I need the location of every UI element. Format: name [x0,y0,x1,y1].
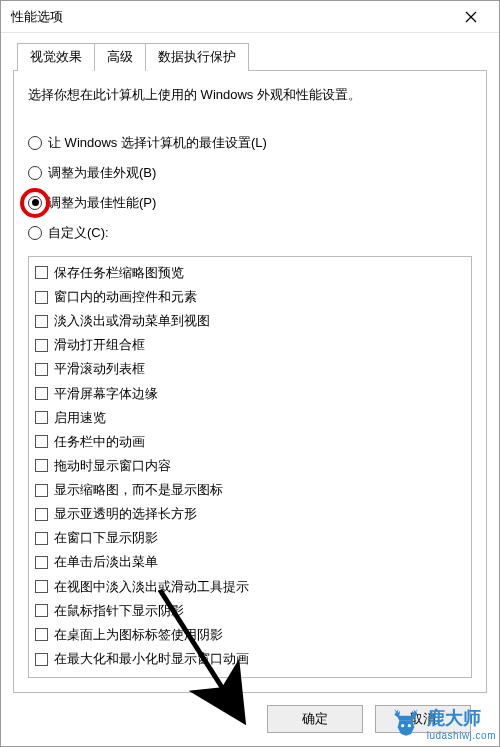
check-label: 启用速览 [54,408,106,428]
checkbox-icon [35,459,48,472]
titlebar: 性能选项 [1,1,499,33]
window-title: 性能选项 [11,8,449,26]
radio-label: 调整为最佳外观(B) [48,164,156,182]
check-item[interactable]: 在桌面上为图标标签使用阴影 [35,623,465,647]
button-label: 取消 [410,711,436,726]
tab-visual-effects[interactable]: 视觉效果 [17,43,95,71]
panel-description: 选择你想在此计算机上使用的 Windows 外观和性能设置。 [28,85,472,106]
radio-icon [28,196,42,210]
check-item[interactable]: 平滑屏幕字体边缘 [35,382,465,406]
check-label: 淡入淡出或滑动菜单到视图 [54,311,210,331]
checkbox-icon [35,628,48,641]
radio-label: 调整为最佳性能(P) [48,194,156,212]
checkbox-icon [35,556,48,569]
tab-advanced[interactable]: 高级 [94,43,146,71]
checkbox-icon [35,580,48,593]
performance-options-window: 性能选项 视觉效果 高级 数据执行保护 选择你想在此计算机上使用的 Window… [0,0,500,747]
check-item[interactable]: 保存任务栏缩略图预览 [35,261,465,285]
effects-checklist: 保存任务栏缩略图预览 窗口内的动画控件和元素 淡入淡出或滑动菜单到视图 滑动打开… [28,256,472,678]
tab-panel-visual-effects: 选择你想在此计算机上使用的 Windows 外观和性能设置。 让 Windows… [13,70,487,693]
checkbox-icon [35,339,48,352]
cancel-button[interactable]: 取消 [375,705,471,733]
appearance-radio-group: 让 Windows 选择计算机的最佳设置(L) 调整为最佳外观(B) 调整为最佳… [28,134,472,242]
close-button[interactable] [449,1,493,33]
tab-dep[interactable]: 数据执行保护 [145,43,249,71]
check-item[interactable]: 平滑滚动列表框 [35,357,465,381]
checkbox-icon [35,291,48,304]
check-item[interactable]: 显示缩略图，而不是显示图标 [35,478,465,502]
radio-custom[interactable]: 自定义(C): [28,224,472,242]
check-item[interactable]: 滑动打开组合框 [35,333,465,357]
check-label: 在鼠标指针下显示阴影 [54,601,184,621]
tab-label: 高级 [107,49,133,64]
check-label: 平滑滚动列表框 [54,359,145,379]
check-item[interactable]: 在窗口下显示阴影 [35,526,465,550]
checkbox-icon [35,387,48,400]
radio-label: 让 Windows 选择计算机的最佳设置(L) [48,134,267,152]
checkbox-icon [35,266,48,279]
check-label: 保存任务栏缩略图预览 [54,263,184,283]
tab-label: 视觉效果 [30,49,82,64]
radio-best-appearance[interactable]: 调整为最佳外观(B) [28,164,472,182]
close-icon [465,11,477,23]
check-label: 平滑屏幕字体边缘 [54,384,158,404]
check-label: 在桌面上为图标标签使用阴影 [54,625,223,645]
check-item[interactable]: 在单击后淡出菜单 [35,550,465,574]
check-item[interactable]: 拖动时显示窗口内容 [35,454,465,478]
check-label: 在最大化和最小化时显示窗口动画 [54,649,249,669]
check-item[interactable]: 在视图中淡入淡出或滑动工具提示 [35,575,465,599]
client-area: 视觉效果 高级 数据执行保护 选择你想在此计算机上使用的 Windows 外观和… [1,33,499,747]
check-label: 显示亚透明的选择长方形 [54,504,197,524]
check-label: 显示缩略图，而不是显示图标 [54,480,223,500]
check-item[interactable]: 启用速览 [35,406,465,430]
button-label: 确定 [302,711,328,726]
check-item[interactable]: 淡入淡出或滑动菜单到视图 [35,309,465,333]
check-item[interactable]: 在鼠标指针下显示阴影 [35,599,465,623]
checkbox-icon [35,363,48,376]
radio-let-windows-choose[interactable]: 让 Windows 选择计算机的最佳设置(L) [28,134,472,152]
checkbox-icon [35,604,48,617]
checkbox-icon [35,508,48,521]
checkbox-icon [35,653,48,666]
tab-label: 数据执行保护 [158,49,236,64]
check-item[interactable]: 在最大化和最小化时显示窗口动画 [35,647,465,671]
radio-best-performance[interactable]: 调整为最佳性能(P) [28,194,472,212]
check-label: 拖动时显示窗口内容 [54,456,171,476]
check-label: 窗口内的动画控件和元素 [54,287,197,307]
check-item[interactable]: 窗口内的动画控件和元素 [35,285,465,309]
checkbox-icon [35,315,48,328]
check-label: 任务栏中的动画 [54,432,145,452]
radio-label: 自定义(C): [48,224,109,242]
checkbox-icon [35,411,48,424]
radio-icon [28,226,42,240]
checkbox-icon [35,435,48,448]
check-label: 在视图中淡入淡出或滑动工具提示 [54,577,249,597]
check-item[interactable]: 任务栏中的动画 [35,430,465,454]
radio-icon [28,136,42,150]
dialog-button-row: 确定 取消 [13,693,487,747]
check-label: 滑动打开组合框 [54,335,145,355]
check-item[interactable]: 显示亚透明的选择长方形 [35,502,465,526]
checkbox-icon [35,484,48,497]
checkbox-icon [35,532,48,545]
radio-icon [28,166,42,180]
ok-button[interactable]: 确定 [267,705,363,733]
check-label: 在窗口下显示阴影 [54,528,158,548]
tab-strip: 视觉效果 高级 数据执行保护 [17,43,487,71]
check-label: 在单击后淡出菜单 [54,552,158,572]
